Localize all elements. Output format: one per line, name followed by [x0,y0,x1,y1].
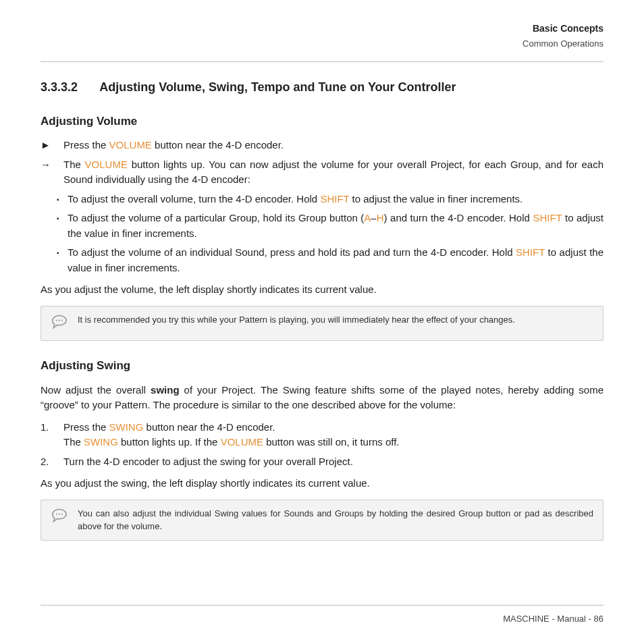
section-heading: 3.3.3.2 Adjusting Volume, Swing, Tempo a… [41,78,603,97]
swing-intro: Now adjust the overall swing of your Pro… [41,383,603,413]
section-number: 3.3.3.2 [41,78,78,97]
step-2-turn-encoder: 2. Turn the 4-D encoder to adjust the sw… [41,454,603,470]
svg-point-4 [59,513,60,514]
bullet-group-volume: ▪ To adjust the volume of a particular G… [57,211,603,241]
swing-post-text: As you adjust the swing, the left displa… [41,476,603,491]
triangle-marker-icon: ► [41,138,63,153]
keyword-volume: VOLUME [109,139,152,151]
svg-point-0 [56,319,57,321]
note-text: It is recommended you try this while you… [78,313,593,327]
footer-rule [41,605,603,606]
arrow-marker-icon: → [41,157,63,188]
ordered-marker-1: 1. [41,420,63,450]
square-bullet-icon: ▪ [57,211,68,241]
ordered-marker-2: 2. [41,454,63,470]
result-text: The VOLUME button lights up. You can now… [63,157,603,188]
svg-point-5 [61,513,63,514]
square-bullet-icon: ▪ [57,245,68,275]
bold-swing: swing [151,384,180,396]
keyword-shift: SHIFT [533,212,562,223]
keyword-group-h: H [377,212,384,223]
bullet-sound-volume: ▪ To adjust the volume of an individual … [57,245,603,275]
subheading-adjusting-swing: Adjusting Swing [41,357,603,375]
note-text: You can also adjust the individual Swing… [78,507,593,533]
header-section: Common Operations [41,37,603,51]
keyword-group-a: A [364,212,371,223]
speech-bubble-icon [51,507,68,528]
volume-post-text: As you adjust the volume, the left displ… [41,282,603,298]
subheading-adjusting-volume: Adjusting Volume [41,113,603,130]
step-2-text: Turn the 4-D encoder to adjust the swing… [63,454,603,470]
note-box-swing: You can also adjust the individual Swing… [41,500,603,541]
result-volume-lights: → The VOLUME button lights up. You can n… [41,157,603,188]
keyword-shift: SHIFT [320,193,349,205]
page-header: Basic Concepts Common Operations [41,22,603,57]
keyword-volume: VOLUME [85,159,128,170]
keyword-swing: SWING [84,436,118,448]
keyword-volume: VOLUME [221,436,263,448]
step-press-volume: ► Press the VOLUME button near the 4-D e… [41,138,603,153]
svg-point-2 [61,319,63,321]
speech-bubble-icon [51,313,68,334]
page-footer: MASCHINE - Manual - 86 [41,605,603,626]
step-1-press-swing: 1. Press the SWING button near the 4-D e… [41,420,603,450]
keyword-shift: SHIFT [516,246,545,258]
section-title: Adjusting Volume, Swing, Tempo and Tune … [99,80,456,94]
svg-point-1 [59,319,60,321]
footer-text: MASCHINE - Manual - 86 [41,612,603,626]
step-text: Press the VOLUME button near the 4-D enc… [63,138,603,153]
bullet-overall-volume: ▪ To adjust the overall volume, turn the… [57,192,603,207]
keyword-swing: SWING [109,421,144,433]
svg-point-3 [56,513,57,514]
header-chapter: Basic Concepts [41,22,603,36]
header-rule [41,61,603,62]
square-bullet-icon: ▪ [57,192,68,207]
note-box-volume: It is recommended you try this while you… [41,306,603,342]
